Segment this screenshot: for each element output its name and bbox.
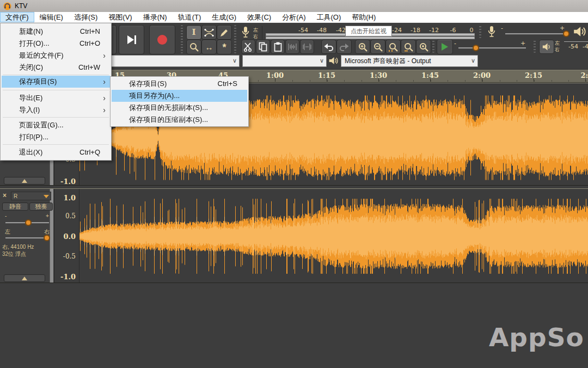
track2-format-line1: 右, 44100 Hz bbox=[2, 243, 34, 251]
submenu-arrow-icon: › bbox=[103, 76, 106, 88]
menu-select[interactable]: 选择(S) bbox=[69, 12, 103, 22]
menu-help[interactable]: 帮助(H) bbox=[346, 12, 381, 22]
zoom-out-icon bbox=[373, 42, 383, 52]
menu-item-export[interactable]: 导出(E)› bbox=[2, 92, 110, 104]
skip-to-end-button[interactable] bbox=[119, 25, 144, 54]
playback-device-combo[interactable]: Microsoft 声音映射器 - Output ∨ bbox=[341, 55, 478, 67]
menu-item-recent-files[interactable]: 最近的文件(F)› bbox=[2, 50, 110, 62]
output-device-speaker-icon bbox=[328, 56, 338, 65]
rec-vol-minus: - bbox=[501, 24, 503, 32]
menu-edit[interactable]: 编辑(E) bbox=[34, 12, 69, 22]
track2-pan-slider[interactable] bbox=[5, 237, 49, 239]
track2-name-field[interactable]: R bbox=[11, 192, 51, 200]
recording-volume-slider[interactable] bbox=[505, 33, 564, 35]
monitor-tooltip[interactable]: 点击开始监视 bbox=[345, 26, 392, 36]
zoom-toggle-icon bbox=[419, 42, 428, 52]
tools-grabber[interactable] bbox=[234, 25, 236, 53]
paste-button[interactable] bbox=[271, 40, 285, 54]
track2-collapse-button[interactable] bbox=[4, 274, 45, 282]
menu-file[interactable]: 文件(F) bbox=[0, 12, 34, 22]
track2-vertical-ruler[interactable]: 1.0 0.5 0.0 -0.5 -1.0 bbox=[55, 189, 79, 283]
menu-item-new[interactable]: 新建(N)Ctrl+N bbox=[2, 26, 110, 38]
pencil-icon bbox=[220, 28, 229, 37]
menu-effect[interactable]: 效果(C) bbox=[242, 12, 277, 22]
menu-item-page-setup[interactable]: 页面设置(G)... bbox=[2, 119, 110, 131]
record-button[interactable] bbox=[149, 25, 175, 54]
silence-audio-button[interactable] bbox=[300, 40, 314, 54]
redo-button[interactable] bbox=[336, 40, 352, 54]
scale-label: 0.5 bbox=[65, 212, 76, 220]
recording-channels-combo[interactable]: ∨ bbox=[242, 55, 327, 67]
zoom-out-button[interactable] bbox=[370, 40, 385, 54]
menu-separator bbox=[3, 117, 109, 118]
undo-button[interactable] bbox=[321, 40, 336, 54]
meter-divider bbox=[262, 26, 262, 39]
track2-gain-knob[interactable] bbox=[25, 219, 32, 226]
transport-grabber[interactable] bbox=[181, 25, 183, 53]
track2-waveform[interactable] bbox=[79, 189, 588, 284]
track2-format-line2: 32位 浮点 bbox=[2, 250, 26, 258]
playback-meter-speaker-button[interactable] bbox=[539, 40, 554, 54]
save-project-submenu: 保存项目(S)Ctrl+S 项目另存为(A)... 保存项目的无损副本(S)..… bbox=[110, 76, 249, 127]
selection-tool-button[interactable]: I bbox=[186, 25, 201, 40]
track2-mute-button[interactable]: 静音 bbox=[2, 203, 28, 211]
menu-item-exit[interactable]: 退出(X)Ctrl+Q bbox=[2, 146, 110, 158]
zoom-selection-button[interactable] bbox=[385, 40, 401, 54]
playback-volume-speaker-icon bbox=[573, 26, 586, 38]
track2-close-icon[interactable]: × bbox=[3, 192, 7, 199]
zoom-fit-icon bbox=[404, 42, 413, 52]
menu-tracks[interactable]: 轨道(T) bbox=[173, 12, 207, 22]
zoom-fit-button[interactable] bbox=[401, 40, 416, 54]
appso-watermark: AppSo bbox=[489, 322, 584, 352]
envelope-icon bbox=[204, 28, 214, 37]
scale-label: 1.0 bbox=[63, 194, 76, 202]
track2-pan-knob[interactable] bbox=[44, 235, 50, 241]
copy-button[interactable] bbox=[256, 40, 270, 54]
draw-tool-button[interactable] bbox=[217, 25, 232, 40]
submenu-arrow-icon: › bbox=[103, 104, 106, 116]
menu-item-save-project[interactable]: 保存项目(S)› bbox=[2, 76, 110, 88]
chevron-down-icon: ∨ bbox=[471, 57, 475, 64]
menu-view[interactable]: 视图(V) bbox=[103, 12, 137, 22]
playback-meter-grabber[interactable] bbox=[534, 40, 536, 53]
menu-tools[interactable]: 工具(O) bbox=[311, 12, 346, 22]
triangle-up-icon bbox=[22, 179, 27, 183]
submenu-arrow-icon: › bbox=[103, 50, 106, 62]
submenu-item-save-compressed-copy[interactable]: 保存项目的压缩副本(S)... bbox=[112, 114, 247, 126]
time-label: 2:3 bbox=[581, 71, 588, 79]
menu-item-close[interactable]: 关闭(C)Ctrl+W bbox=[2, 62, 110, 73]
menu-generate[interactable]: 生成(G) bbox=[206, 12, 242, 22]
playspeed-grabber[interactable] bbox=[432, 40, 434, 53]
zoom-in-icon bbox=[358, 42, 367, 52]
recording-meter-mic-icon[interactable] bbox=[242, 26, 249, 38]
submenu-item-save-lossless-copy[interactable]: 保存项目的无损副本(S)... bbox=[112, 102, 247, 114]
track1-collapse-button[interactable] bbox=[4, 177, 45, 185]
meter-grabber[interactable] bbox=[479, 25, 481, 38]
track-menu-icon[interactable] bbox=[44, 195, 49, 198]
play-at-speed-button[interactable] bbox=[437, 39, 453, 54]
audacity-window: KTV 文件(F) 编辑(E) 选择(S) 视图(V) 播录(N) 轨道(T) … bbox=[0, 0, 588, 368]
zoom-in-button[interactable] bbox=[355, 40, 370, 54]
cut-button[interactable] bbox=[241, 40, 255, 54]
playspeed-knob[interactable] bbox=[473, 45, 479, 51]
menu-item-print[interactable]: 打印(P)... bbox=[2, 131, 110, 143]
recording-volume-knob[interactable] bbox=[563, 30, 569, 37]
playspeed-slider[interactable] bbox=[458, 47, 526, 49]
menu-transport[interactable]: 播录(N) bbox=[138, 12, 173, 22]
envelope-tool-button[interactable] bbox=[201, 25, 217, 40]
menu-analyze[interactable]: 分析(A) bbox=[277, 12, 311, 22]
track2-solo-button[interactable]: 独奏 bbox=[29, 203, 53, 211]
trim-audio-button[interactable] bbox=[285, 40, 299, 54]
submenu-item-save-as[interactable]: 项目另存为(A)... bbox=[112, 90, 247, 102]
submenu-item-save-project[interactable]: 保存项目(S)Ctrl+S bbox=[112, 78, 247, 90]
timeshift-tool-button[interactable]: ↔ bbox=[201, 40, 217, 54]
triangle-up-icon bbox=[22, 277, 27, 280]
menu-item-import[interactable]: 导入(I)› bbox=[2, 104, 110, 116]
play-scale--54: -54 bbox=[568, 43, 578, 50]
menu-item-open[interactable]: 打开(O)...Ctrl+O bbox=[2, 38, 110, 50]
chevron-down-icon: ∨ bbox=[320, 57, 324, 64]
scale-label: -1.0 bbox=[60, 273, 76, 281]
multi-tool-button[interactable]: * bbox=[217, 40, 232, 54]
zoom-tool-button[interactable] bbox=[186, 40, 201, 54]
zoom-toggle-button[interactable] bbox=[416, 40, 431, 54]
